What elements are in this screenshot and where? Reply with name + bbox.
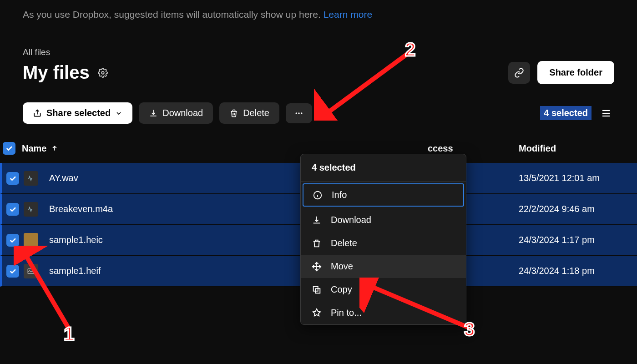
gear-icon[interactable] [98,68,108,78]
row-checkbox[interactable] [6,172,19,185]
annotation-arrow-3 [359,278,478,337]
learn-more-link[interactable]: Learn more [324,9,372,20]
selection-count-badge: 4 selected [540,106,592,120]
menu-item-move[interactable]: Move [301,255,466,278]
ellipsis-icon [293,109,305,118]
trash-icon [312,238,322,248]
pin-icon [312,308,322,318]
column-modified-header[interactable]: Modified [519,143,637,154]
menu-item-download[interactable]: Download [301,208,466,232]
delete-button[interactable]: Delete [219,102,279,124]
share-selected-button[interactable]: Share selected [23,102,132,124]
file-name: Breakeven.m4a [49,204,113,214]
row-checkbox[interactable] [6,234,19,247]
row-checkbox[interactable] [6,203,19,216]
file-modified: 24/3/2024 1:17 pm [519,235,637,245]
hint-text: As you use Dropbox, suggested items will… [23,9,324,20]
page-title: My files [23,62,90,83]
svg-point-3 [301,112,302,114]
download-icon [312,215,322,225]
move-icon [312,262,322,272]
copy-icon [312,285,322,295]
svg-point-0 [101,71,104,74]
file-name: sample1.heic [49,235,103,245]
share-selected-label: Share selected [46,108,111,118]
delete-label: Delete [243,108,269,118]
chevron-down-icon [115,110,122,117]
share-folder-button[interactable]: Share folder [537,61,614,84]
annotation-number-2: 2 [405,39,415,61]
annotation-number-3: 3 [464,318,475,340]
column-access-header[interactable]: ccess [428,143,519,154]
file-name: AY.wav [49,173,78,183]
suggested-hint: As you use Dropbox, suggested items will… [23,9,614,20]
svg-line-13 [323,52,410,116]
svg-line-15 [366,284,469,328]
annotation-number-1: 1 [64,323,74,345]
svg-point-1 [295,112,297,114]
file-modified: 24/3/2024 1:18 pm [519,266,637,276]
list-view-icon [601,108,612,119]
info-icon [313,190,323,200]
file-modified: 13/5/2021 12:01 am [519,173,637,183]
svg-line-14 [23,250,68,328]
file-modified: 22/2/2024 9:46 am [519,204,637,214]
more-actions-button[interactable] [286,103,312,123]
photo-file-icon [24,233,38,248]
column-name-header[interactable]: Name [22,143,428,154]
menu-item-info[interactable]: Info [303,183,464,207]
menu-item-delete[interactable]: Delete [301,232,466,255]
audio-file-icon [24,171,38,186]
audio-file-icon [24,202,38,217]
sort-asc-icon [51,145,58,152]
copy-link-button[interactable] [508,62,530,84]
context-menu-title: 4 selected [301,154,466,182]
download-label: Download [162,108,203,118]
download-button[interactable]: Download [139,102,213,124]
select-all-checkbox[interactable] [3,142,15,155]
svg-point-2 [298,112,299,114]
view-toggle-button[interactable] [598,108,614,119]
